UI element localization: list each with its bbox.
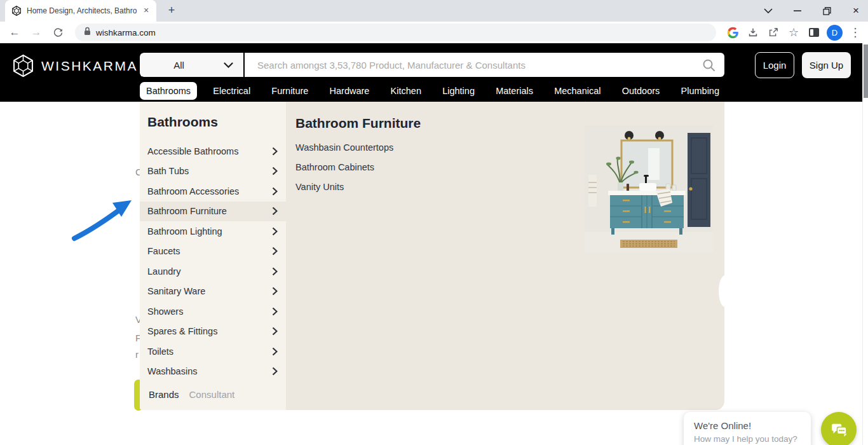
search-bar-group: All (140, 53, 724, 77)
bathrooms-mega-menu: Bathrooms Accessible Bathrooms Bath Tubs… (140, 102, 724, 410)
address-bar[interactable]: wishkarma.com (75, 24, 716, 41)
browser-chevron-down-icon[interactable] (763, 5, 774, 17)
site-header: WISHKARMA All Login Sign Up Bathrooms El… (0, 43, 862, 102)
download-icon[interactable] (745, 25, 761, 40)
nav-item-materials[interactable]: Materials (491, 82, 538, 100)
signup-button[interactable]: Sign Up (802, 52, 851, 78)
menu-item-label: Bathroom Furniture (147, 206, 227, 216)
google-icon[interactable] (725, 25, 740, 40)
menu-item-bathroom-furniture[interactable]: Bathroom Furniture (140, 202, 286, 222)
forward-icon[interactable]: → (28, 24, 44, 41)
nav-item-kitchen[interactable]: Kitchen (386, 82, 426, 100)
nav-item-bathrooms[interactable]: Bathrooms (140, 82, 197, 100)
search-icon[interactable] (702, 58, 715, 74)
link-washbasin-countertops[interactable]: Washbasin Countertops (295, 142, 393, 153)
search-input[interactable] (245, 53, 724, 77)
category-dropdown[interactable]: All (140, 53, 243, 77)
menu-item-washbasins[interactable]: Washbasins (140, 362, 286, 382)
browser-window: Home Design, Architects, Bathro × + × ← … (0, 0, 868, 445)
window-restore-icon[interactable] (821, 5, 832, 17)
browser-toolbar: ← → wishkarma.com (0, 22, 868, 43)
chevron-right-icon (272, 247, 278, 256)
chat-status-text: We're Online! (694, 420, 811, 431)
tab-close-icon[interactable]: × (141, 6, 151, 16)
annotation-arrow-icon (65, 186, 140, 247)
menu-item-spares-fittings[interactable]: Spares & Fittings (140, 322, 286, 342)
tab-title: Home Design, Architects, Bathro (27, 6, 141, 15)
chevron-down-icon (224, 62, 233, 68)
site-favicon-icon (11, 6, 22, 16)
brand-wordmark: WISHKARMA (41, 58, 138, 74)
menu-item-label: Showers (147, 306, 183, 317)
chevron-right-icon (272, 187, 278, 196)
share-icon[interactable] (766, 25, 781, 40)
menu-item-label: Bath Tubs (147, 166, 189, 176)
menu-item-label: Laundry (147, 266, 180, 277)
menu-item-bathroom-lighting[interactable]: Bathroom Lighting (140, 221, 286, 242)
chat-message-text: How may I help you today? (694, 434, 811, 444)
chevron-right-icon (272, 267, 278, 276)
menu-item-toilets[interactable]: Toilets (140, 341, 286, 362)
link-bathroom-cabinets[interactable]: Bathroom Cabinets (295, 162, 374, 172)
chevron-right-icon (272, 327, 278, 336)
window-minimize-icon[interactable] (792, 5, 803, 17)
page-scrollbar[interactable] (862, 43, 868, 445)
browser-tab[interactable]: Home Design, Architects, Bathro × (5, 0, 156, 22)
back-icon[interactable]: ← (6, 24, 23, 41)
mega-menu-footer-tabs: Brands Consultant (149, 389, 234, 400)
menu-item-faucets[interactable]: Faucets (140, 242, 286, 262)
menu-item-laundry[interactable]: Laundry (140, 261, 286, 282)
bookmark-star-icon[interactable]: ☆ (786, 25, 801, 40)
mega-menu-panel: Bathroom Furniture Washbasin Countertops… (286, 102, 724, 410)
menu-item-bath-tubs[interactable]: Bath Tubs (140, 161, 286, 182)
side-panel-icon[interactable] (806, 25, 822, 40)
link-vanity-units[interactable]: Vanity Units (295, 182, 344, 192)
menu-item-accessible-bathrooms[interactable]: Accessible Bathrooms (140, 141, 286, 161)
wishkarma-logo-icon (11, 54, 35, 78)
nav-item-hardware[interactable]: Hardware (325, 82, 375, 100)
mega-menu-title: Bathrooms (147, 114, 286, 130)
browser-tab-bar: Home Design, Architects, Bathro × + × (0, 0, 868, 22)
menu-item-label: Bathroom Lighting (147, 226, 222, 236)
scrollbar-thumb[interactable] (864, 44, 868, 98)
refresh-icon[interactable] (50, 24, 66, 41)
brands-tab[interactable]: Brands (149, 389, 179, 400)
chevron-right-icon (272, 367, 278, 376)
window-close-icon[interactable]: × (850, 5, 862, 17)
consultant-tab[interactable]: Consultant (189, 389, 235, 400)
chevron-right-icon (272, 147, 278, 156)
window-controls: × (763, 0, 862, 22)
new-tab-button[interactable]: + (164, 3, 179, 18)
chat-launcher-button[interactable] (821, 412, 857, 445)
wishkarma-logo[interactable]: WISHKARMA (11, 54, 138, 78)
chevron-right-icon (272, 347, 278, 356)
login-button[interactable]: Login (755, 52, 794, 78)
chat-bubbles-icon (828, 419, 850, 441)
chevron-right-icon (272, 307, 278, 316)
menu-item-bathroom-accessories[interactable]: Bathroom Accessories (140, 181, 286, 202)
main-category-nav: Bathrooms Electrical Furniture Hardware … (140, 79, 724, 102)
nav-item-plumbing[interactable]: Plumbing (676, 82, 724, 100)
nav-item-lighting[interactable]: Lighting (437, 82, 480, 100)
mega-menu-sidebar: Bathrooms Accessible Bathrooms Bath Tubs… (140, 102, 286, 410)
menu-item-label: Toilets (147, 346, 173, 357)
chat-status-bubble[interactable]: We're Online! How may I help you today? (684, 412, 811, 445)
browser-menu-kebab-icon[interactable]: ⋮ (848, 25, 863, 40)
background-text-fragment: r (135, 349, 139, 360)
nav-item-electrical[interactable]: Electrical (208, 82, 255, 100)
menu-item-label: Faucets (147, 246, 180, 256)
menu-item-label: Accessible Bathrooms (147, 146, 238, 156)
menu-item-label: Sanitary Ware (147, 286, 205, 296)
background-floating-button-fragment (719, 275, 731, 307)
chevron-right-icon (272, 207, 278, 216)
nav-item-outdoors[interactable]: Outdoors (617, 82, 665, 100)
menu-item-sanitary-ware[interactable]: Sanitary Ware (140, 282, 286, 302)
menu-item-showers[interactable]: Showers (140, 301, 286, 322)
profile-avatar[interactable]: D (827, 25, 843, 41)
chevron-right-icon (272, 287, 278, 296)
url-text[interactable]: wishkarma.com (96, 28, 156, 38)
nav-item-furniture[interactable]: Furniture (266, 82, 313, 100)
menu-item-label: Washbasins (147, 366, 197, 376)
nav-item-mechanical[interactable]: Mechanical (549, 82, 606, 100)
chevron-right-icon (272, 227, 278, 236)
